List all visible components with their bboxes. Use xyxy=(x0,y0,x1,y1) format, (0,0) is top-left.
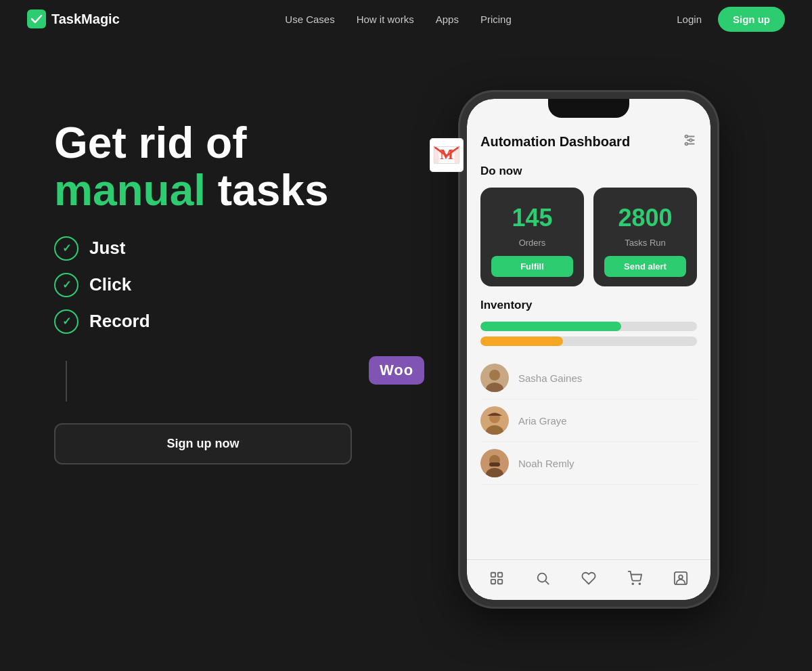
nav-actions: Login Sign up xyxy=(677,7,785,32)
woo-badge: Woo xyxy=(369,356,424,385)
tasks-card: 2800 Tasks Run Send alert xyxy=(593,188,697,286)
bottom-nav-search[interactable] xyxy=(535,571,550,589)
phone-screen: Automation Dashboard xyxy=(467,99,710,600)
phone-volume-btn-1 xyxy=(460,187,461,214)
hero-title-rest: tasks xyxy=(206,166,328,215)
avatar-noah xyxy=(480,449,509,477)
inventory-bar-2-fill xyxy=(480,337,563,346)
inventory-label: Inventory xyxy=(480,299,697,312)
users-list: Sasha Gaines Aria Gr xyxy=(480,357,697,485)
check-icon-click: ✓ xyxy=(54,273,78,297)
orders-number: 145 xyxy=(512,204,552,232)
svg-rect-20 xyxy=(491,573,495,577)
tasks-label: Tasks Run xyxy=(625,238,666,248)
phone-bottom-nav xyxy=(467,559,710,600)
nav-apps[interactable]: Apps xyxy=(436,14,459,25)
checklist-label-record: Record xyxy=(89,311,150,332)
svg-rect-19 xyxy=(489,462,500,467)
orders-card: 145 Orders Fulfill xyxy=(480,188,584,286)
settings-icon[interactable] xyxy=(682,133,697,151)
navbar: TaskMagic Use Cases How it works Apps Pr… xyxy=(0,0,812,38)
fulfill-button[interactable]: Fulfill xyxy=(491,256,573,277)
hero-title-line1: Get rid of xyxy=(54,118,246,167)
nav-links: Use Cases How it works Apps Pricing xyxy=(285,14,511,25)
svg-rect-22 xyxy=(491,580,495,584)
dashboard-content: Automation Dashboard xyxy=(467,99,710,559)
svg-text:M: M xyxy=(440,146,453,163)
check-icon-just: ✓ xyxy=(54,236,78,261)
svg-point-9 xyxy=(685,143,688,146)
stats-row: 145 Orders Fulfill 2800 Tasks Run Send a… xyxy=(480,188,697,286)
checklist-item-just: ✓ Just xyxy=(54,236,447,261)
svg-point-27 xyxy=(639,583,640,584)
inventory-bar-1-fill xyxy=(480,322,621,331)
svg-point-29 xyxy=(679,575,683,579)
bottom-nav-cart[interactable] xyxy=(627,571,642,589)
bottom-nav-home[interactable] xyxy=(489,571,504,589)
user-row-2: Aria Graye xyxy=(480,399,697,442)
hero-title-green: manual xyxy=(54,166,206,215)
svg-point-24 xyxy=(538,573,547,582)
checklist-item-click: ✓ Click xyxy=(54,273,447,297)
logo[interactable]: TaskMagic xyxy=(27,9,120,28)
do-now-label: Do now xyxy=(480,165,697,178)
phone-volume-btn-2 xyxy=(460,221,461,248)
svg-rect-21 xyxy=(498,573,502,577)
checklist: ✓ Just ✓ Click ✓ Record xyxy=(54,236,447,334)
inventory-bar-2-bg xyxy=(480,337,697,346)
svg-point-8 xyxy=(690,139,692,142)
svg-line-25 xyxy=(545,581,549,584)
user-row-3: Noah Remly xyxy=(480,442,697,485)
logo-text: TaskMagic xyxy=(51,12,120,27)
user-row-1: Sasha Gaines xyxy=(480,357,697,399)
dashboard-header: Automation Dashboard xyxy=(480,133,697,151)
nav-how-it-works[interactable]: How it works xyxy=(357,14,414,25)
bottom-nav-profile[interactable] xyxy=(673,571,688,589)
gmail-icon: M xyxy=(430,138,464,172)
main-content: Get rid of manual tasks ✓ Just ✓ Click ✓… xyxy=(0,38,812,671)
nav-use-cases[interactable]: Use Cases xyxy=(285,14,334,25)
svg-point-7 xyxy=(685,135,688,138)
svg-point-26 xyxy=(632,583,633,584)
logo-icon xyxy=(27,9,46,28)
user-name-aria: Aria Graye xyxy=(518,415,567,427)
inventory-bars xyxy=(480,322,697,346)
dashboard-title: Automation Dashboard xyxy=(480,134,630,150)
bottom-nav-favorites[interactable] xyxy=(581,571,596,589)
svg-rect-23 xyxy=(498,580,502,584)
orders-label: Orders xyxy=(519,238,546,248)
right-section: Automation Dashboard xyxy=(447,79,731,607)
left-section: Get rid of manual tasks ✓ Just ✓ Click ✓… xyxy=(54,79,447,464)
phone-notch xyxy=(548,99,629,118)
phone-mockup: Automation Dashboard xyxy=(460,92,717,607)
phone-power-btn xyxy=(717,204,717,244)
user-name-sasha: Sasha Gaines xyxy=(518,372,582,384)
inventory-section: Inventory xyxy=(480,299,697,346)
send-alert-button[interactable]: Send alert xyxy=(604,256,686,277)
checklist-item-record: ✓ Record xyxy=(54,309,447,334)
nav-pricing[interactable]: Pricing xyxy=(480,14,512,25)
login-button[interactable]: Login xyxy=(677,14,702,25)
avatar-sasha xyxy=(480,364,509,392)
vertical-divider xyxy=(66,361,67,402)
signup-button[interactable]: Sign up xyxy=(718,7,785,32)
checklist-label-click: Click xyxy=(89,274,131,295)
avatar-aria xyxy=(480,406,509,435)
checklist-label-just: Just xyxy=(89,238,125,259)
hero-title: Get rid of manual tasks xyxy=(54,119,447,215)
check-icon-record: ✓ xyxy=(54,309,78,334)
inventory-bar-1-bg xyxy=(480,322,697,331)
tasks-number: 2800 xyxy=(618,204,672,232)
signup-now-button[interactable]: Sign up now xyxy=(54,423,352,464)
user-name-noah: Noah Remly xyxy=(518,458,574,469)
svg-point-11 xyxy=(489,370,500,381)
